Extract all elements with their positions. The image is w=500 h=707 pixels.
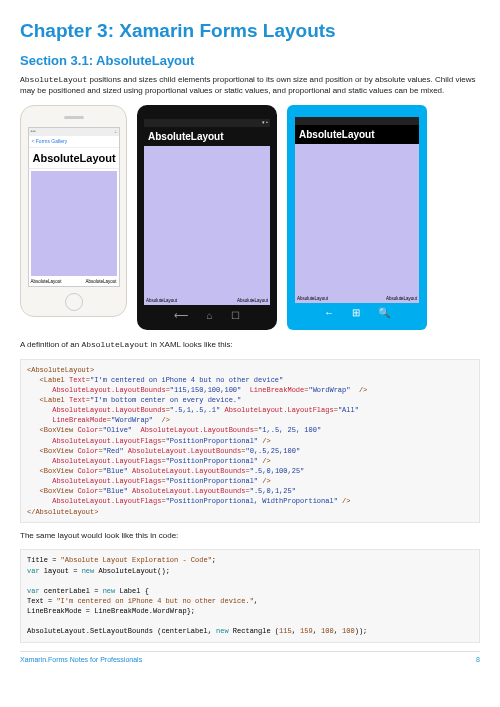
home-icon: ⊞: [352, 306, 360, 320]
label-bl: AbsoluteLayout: [297, 296, 328, 302]
label-bl: AbsoluteLayout: [31, 279, 62, 285]
breadcrumb: < Forms Gallery: [29, 136, 119, 148]
app-title: AbsoluteLayout: [29, 148, 119, 170]
recents-icon: ☐: [231, 309, 240, 323]
intro-paragraph: AbsoluteLayout positions and sizes child…: [20, 75, 480, 97]
device-mockups: •••⏚ < Forms Gallery AbsoluteLayout Abso…: [20, 105, 480, 330]
page-footer: Xamarin.Forms Notes for Professionals 8: [20, 651, 480, 664]
home-icon: ⌂: [206, 309, 212, 323]
app-title: AbsoluteLayout: [144, 127, 270, 147]
back-icon: ⟵: [174, 309, 188, 323]
label-br: AbsoluteLayout: [386, 296, 417, 302]
code-caption: The same layout would look like this in …: [20, 531, 480, 542]
page-number: 8: [476, 655, 480, 664]
label-br: AbsoluteLayout: [85, 279, 116, 285]
xaml-code-block: <AbsoluteLayout> <Label Text="I'm center…: [20, 359, 480, 523]
iphone-mockup: •••⏚ < Forms Gallery AbsoluteLayout Abso…: [20, 105, 127, 317]
label-bl: AbsoluteLayout: [146, 298, 177, 304]
section-title: Section 3.1: AbsoluteLayout: [20, 52, 480, 70]
xaml-caption: A definition of an AbsoluteLayout in XAM…: [20, 340, 480, 351]
back-icon: ←: [324, 306, 334, 320]
csharp-code-block: Title = "Absolute Layout Exploration - C…: [20, 549, 480, 642]
chapter-title: Chapter 3: Xamarin Forms Layouts: [20, 18, 480, 44]
winphone-mockup: AbsoluteLayout AbsoluteLayout AbsoluteLa…: [287, 105, 427, 330]
app-title: AbsoluteLayout: [295, 125, 419, 145]
label-br: AbsoluteLayout: [237, 298, 268, 304]
search-icon: 🔍: [378, 306, 390, 320]
footer-left: Xamarin.Forms Notes for Professionals: [20, 655, 142, 664]
android-mockup: ▾ ▪ AbsoluteLayout AbsoluteLayout Absolu…: [137, 105, 277, 330]
